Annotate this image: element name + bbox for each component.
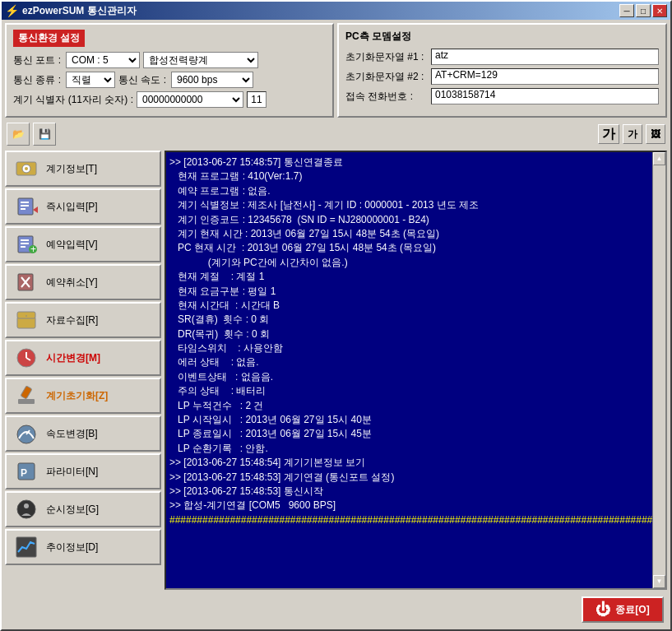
parameter-label: 파라미터[N] (46, 465, 98, 479)
minimize-button[interactable]: ─ (619, 4, 634, 17)
type-label: 통신 종류 : (13, 73, 63, 87)
sidebar-item-speed-change[interactable]: 속도변경[B] (5, 415, 161, 452)
time-change-label: 시간변경[M] (46, 351, 100, 365)
exit-label: 종료[O] (615, 603, 649, 617)
terminal-line: 현재 계절 : 계절 1 (169, 270, 649, 284)
sidebar-item-scheduled-input[interactable]: + 예약입력[V] (5, 226, 161, 262)
immediate-input-icon (13, 193, 39, 220)
save-button[interactable]: 💾 (33, 123, 56, 146)
comm-settings-title: 통신환경 설정 (13, 30, 85, 47)
init2-input[interactable]: AT+CRM=129 (431, 68, 659, 85)
sidebar-item-scheduled-cancel[interactable]: 예약취소[Y] (5, 264, 161, 300)
title-bar: ⚡ ezPowerSUM 통신관리자 ─ □ ✕ (2, 2, 670, 20)
scroll-down-button[interactable]: ▼ (653, 575, 665, 588)
init1-row: 초기화문자열 #1 : atz (345, 49, 659, 65)
scheduled-cancel-label: 예약취소[Y] (46, 276, 98, 290)
meter-id-select[interactable]: 00000000000 (137, 91, 243, 108)
sidebar: 계기정보[T] 즉시입력[P] + 예약입력[V] (5, 151, 161, 590)
init1-label: 초기화문자열 #1 : (345, 50, 428, 64)
sidebar-item-meter-info[interactable]: 계기정보[T] (5, 151, 161, 187)
terminal-line: >> [2013-06-27 15:48:53] 통신시작 (169, 485, 649, 499)
svg-marker-7 (33, 206, 38, 213)
sidebar-item-immediate-input[interactable]: 즉시입력[P] (5, 188, 161, 225)
speed-label: 통신 속도 : (118, 73, 168, 87)
parameter-icon: P (13, 458, 39, 485)
phone-row: 접속 전화번호 : 01038158714 (345, 88, 659, 104)
terminal-line: >> [2013-06-27 15:48:54] 계기기본정보 보기 (169, 456, 649, 470)
init2-label: 초기화문자열 #2 : (345, 70, 428, 84)
realtime-info-icon (13, 496, 39, 522)
font-small-button[interactable]: 🖼 (646, 124, 665, 144)
port-row: 통신 포트 : COM : 5 합성전력량계 (13, 52, 326, 68)
phone-input[interactable]: 01038158714 (431, 88, 659, 104)
terminal-content: >> [2013-06-27 15:48:57] 통신연결종료 현재 프로그램 … (169, 155, 662, 527)
sidebar-item-time-change[interactable]: 시간변경[M] (5, 340, 161, 376)
terminal-line: LP 시작일시 : 2013년 06월 27일 15시 40분 (169, 413, 649, 427)
close-button[interactable]: ✕ (652, 4, 667, 17)
svg-rect-6 (21, 208, 25, 210)
digit-badge: 11 (247, 91, 266, 108)
sidebar-item-trend-info[interactable]: 추이정보[D] (5, 529, 161, 565)
sidebar-item-data-collect[interactable]: 자료수집[R] (5, 302, 161, 338)
terminal: >> [2013-06-27 15:48:57] 통신연결종료 현재 프로그램 … (165, 151, 667, 590)
svg-text:P: P (21, 467, 27, 479)
scheduled-input-label: 예약입력[V] (46, 238, 98, 252)
sidebar-item-meter-reset[interactable]: 계기초기화[Z] (5, 378, 161, 414)
maximize-button[interactable]: □ (636, 4, 651, 17)
font-medium-button[interactable]: 가 (623, 124, 642, 144)
meter-id-label: 계기 식별자 (11자리 숫자) : (13, 93, 133, 107)
sidebar-item-parameter[interactable]: P 파라미터[N] (5, 453, 161, 489)
terminal-line: PC 현재 시간 : 2013년 06월 27일 15시 48분 54초 (목요… (169, 241, 649, 255)
main-window: ⚡ ezPowerSUM 통신관리자 ─ □ ✕ 통신환경 설정 통신 포트 :… (0, 0, 672, 631)
speed-select[interactable]: 9600 bps (171, 72, 253, 88)
terminal-line: LP 종료일시 : 2013년 06월 27일 15시 45분 (169, 427, 649, 441)
scheduled-input-icon: + (13, 231, 39, 258)
meter-id-row: 계기 식별자 (11자리 숫자) : 00000000000 11 (13, 91, 326, 108)
svg-rect-24 (18, 399, 35, 404)
font-small-icon: 🖼 (651, 128, 660, 140)
terminal-line: 에러 상태 : 없음. (169, 355, 649, 369)
meter-info-icon (13, 155, 39, 182)
svg-rect-10 (21, 243, 29, 244)
work-area: 계기정보[T] 즉시입력[P] + 예약입력[V] (5, 151, 667, 590)
terminal-line: LP 순환기록 : 안함. (169, 442, 649, 456)
svg-rect-31 (16, 537, 36, 557)
svg-rect-4 (21, 202, 29, 203)
top-section: 통신환경 설정 통신 포트 : COM : 5 합성전력량계 통신 종류 : 직… (5, 23, 667, 118)
terminal-line: >> [2013-06-27 15:48:57] 통신연결종료 (169, 155, 649, 169)
terminal-line: 계기 현재 시간 : 2013년 06월 27일 15시 48분 54초 (목요… (169, 227, 649, 241)
terminal-line: 현재 시간대 : 시간대 B (169, 299, 649, 313)
meter-info-label: 계기정보[T] (46, 162, 97, 176)
terminal-line: 계기 식별정보 : 제조사 [남전사] - 계기 ID : 0000001 - … (169, 198, 649, 212)
terminal-line: 예약 프로그램 : 없음. (169, 184, 649, 198)
composite-select[interactable]: 합성전력량계 (143, 52, 258, 68)
terminal-scrollbar[interactable]: ▲ ▼ (652, 152, 665, 588)
phone-label: 접속 전화번호 : (345, 90, 428, 104)
trend-info-icon (13, 534, 39, 560)
speed-change-label: 속도변경[B] (46, 427, 98, 441)
exit-button[interactable]: ⏻ 종료[O] (582, 596, 664, 623)
toolbar: 📂 💾 가 가 🖼 (5, 121, 667, 147)
terminal-line: 현재 요금구분 : 평일 1 (169, 285, 649, 299)
open-button[interactable]: 📂 (7, 123, 30, 146)
init2-row: 초기화문자열 #2 : AT+CRM=129 (345, 68, 659, 85)
terminal-line: >> [2013-06-27 15:48:53] 계기연결 (통신포트 설정) (169, 471, 649, 485)
type-select[interactable]: 직렬 (66, 72, 115, 88)
terminal-line: 이벤트상태 : 없음음. (169, 370, 649, 384)
scroll-thumb[interactable] (653, 165, 665, 575)
terminal-line: 주의 상태 : 배터리 (169, 384, 649, 398)
pc-modem-panel: PC측 모뎀설정 초기화문자열 #1 : atz 초기화문자열 #2 : AT+… (337, 23, 667, 118)
meter-reset-label: 계기초기화[Z] (46, 389, 108, 403)
sidebar-item-realtime-info[interactable]: 순시정보[G] (5, 491, 161, 527)
window-title: ezPowerSUM 통신관리자 (22, 4, 137, 18)
svg-rect-9 (21, 239, 29, 241)
time-change-icon (13, 345, 39, 371)
speed-change-icon (13, 420, 39, 447)
init1-input[interactable]: atz (431, 49, 659, 65)
port-select[interactable]: COM : 5 (66, 52, 140, 68)
comm-settings-panel: 통신환경 설정 통신 포트 : COM : 5 합성전력량계 통신 종류 : 직… (5, 23, 334, 118)
scroll-up-button[interactable]: ▲ (653, 152, 665, 165)
trend-info-label: 추이정보[D] (46, 541, 98, 554)
font-large-button[interactable]: 가 (598, 124, 619, 144)
open-icon: 📂 (12, 128, 25, 140)
